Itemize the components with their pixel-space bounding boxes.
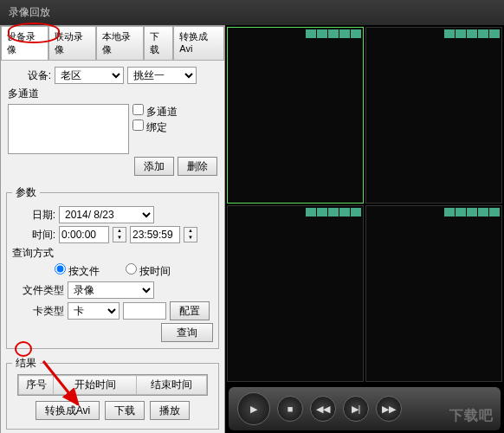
by-time-label: 按时间 <box>139 265 171 277</box>
device-label: 设备: <box>8 68 51 83</box>
file-type-label: 文件类型 <box>12 283 64 298</box>
tab-bar: 设备录像 联动录像 本地录像 下载 转换成Avi <box>1 26 224 61</box>
col-end[interactable]: 结束时间 <box>137 376 207 395</box>
query-mode-label: 查询方式 <box>12 246 213 261</box>
results-table-wrap: 序号 开始时间 结束时间 12014-8-23 09:29:34 22014-8… <box>17 374 208 396</box>
add-button[interactable]: 添加 <box>134 157 174 176</box>
left-panel: 设备录像 联动录像 本地录像 下载 转换成Avi 设备: 老区 挑丝一 多通道 … <box>0 25 225 433</box>
watermark: 下载吧 <box>449 407 494 425</box>
bind-checkbox[interactable] <box>132 120 144 131</box>
download-button[interactable]: 下载 <box>105 401 145 420</box>
player-next-icon[interactable]: ▶▶ <box>376 396 402 422</box>
card-value-input[interactable] <box>123 302 166 320</box>
player-play-icon[interactable]: ▶ <box>237 392 270 425</box>
col-start[interactable]: 开始时间 <box>54 376 137 395</box>
by-file-radio[interactable] <box>55 263 66 275</box>
cell-controls-icon[interactable] <box>444 29 500 38</box>
col-index[interactable]: 序号 <box>19 376 54 395</box>
video-cell-2[interactable] <box>365 27 502 204</box>
device-group-select[interactable]: 老区 <box>55 67 124 84</box>
results-fieldset: 结果 序号 开始时间 结束时间 12014-8-23 09:29:34 2201… <box>6 356 219 430</box>
video-cell-4[interactable] <box>365 205 502 382</box>
results-legend: 结果 <box>12 356 40 371</box>
player-prev-icon[interactable]: ◀◀ <box>310 396 336 422</box>
config-button[interactable]: 配置 <box>170 301 210 320</box>
file-type-select[interactable]: 录像 <box>68 281 154 299</box>
params-legend: 参数 <box>12 185 40 200</box>
multi-opt1: 多通道 <box>146 106 178 118</box>
date-label: 日期: <box>12 208 55 223</box>
by-time-radio[interactable] <box>126 263 137 275</box>
device-channel-select[interactable]: 挑丝一 <box>127 67 197 84</box>
main-area: 设备录像 联动录像 本地录像 下载 转换成Avi 设备: 老区 挑丝一 多通道 … <box>0 25 504 433</box>
params-fieldset: 参数 日期: 2014/ 8/23 时间: ▲▼ ▲▼ 查询方式 按文件 按时间… <box>6 185 219 349</box>
window-title: 录像回放 <box>0 0 504 25</box>
multi-channel-label: 多通道 <box>8 87 217 101</box>
tab-device-record[interactable]: 设备录像 <box>1 26 48 60</box>
by-file-label: 按文件 <box>68 265 100 277</box>
player-stop-icon[interactable]: ■ <box>277 396 303 422</box>
card-type-label: 卡类型 <box>12 304 64 319</box>
player-step-icon[interactable]: ▶| <box>343 396 369 422</box>
tab-linkage-record[interactable]: 联动录像 <box>48 26 96 60</box>
video-grid <box>225 25 504 384</box>
multi-opt2: 绑定 <box>146 121 167 133</box>
cell-controls-icon[interactable] <box>444 208 500 216</box>
tab-download[interactable]: 下载 <box>144 26 173 60</box>
time-end-spinner[interactable]: ▲▼ <box>184 227 197 242</box>
player-bar: ▶ ■ ◀◀ ▶| ▶▶ 下载吧 <box>229 387 501 430</box>
time-label: 时间: <box>12 228 55 242</box>
delete-button[interactable]: 删除 <box>178 157 217 176</box>
time-end-input[interactable] <box>130 226 180 243</box>
video-cell-3[interactable] <box>227 205 364 382</box>
results-table: 序号 开始时间 结束时间 12014-8-23 09:29:34 22014-8… <box>18 375 207 396</box>
card-type-select[interactable]: 卡 <box>68 302 120 320</box>
convert-avi-button[interactable]: 转换成Avi <box>36 401 100 420</box>
time-start-spinner[interactable]: ▲▼ <box>113 227 126 242</box>
multi-channel-checkbox[interactable] <box>132 104 144 115</box>
video-cell-1[interactable] <box>227 27 364 204</box>
multi-channel-list[interactable] <box>8 104 129 154</box>
date-picker[interactable]: 2014/ 8/23 <box>59 206 154 223</box>
cell-controls-icon[interactable] <box>306 29 361 38</box>
cell-controls-icon[interactable] <box>306 208 361 216</box>
play-button[interactable]: 播放 <box>150 401 190 420</box>
tab-local-record[interactable]: 本地录像 <box>96 26 144 60</box>
query-button[interactable]: 查询 <box>161 323 213 342</box>
right-panel: ▶ ■ ◀◀ ▶| ▶▶ 下载吧 <box>225 25 504 433</box>
time-start-input[interactable] <box>59 226 109 243</box>
tab-convert-avi[interactable]: 转换成Avi <box>173 26 224 60</box>
